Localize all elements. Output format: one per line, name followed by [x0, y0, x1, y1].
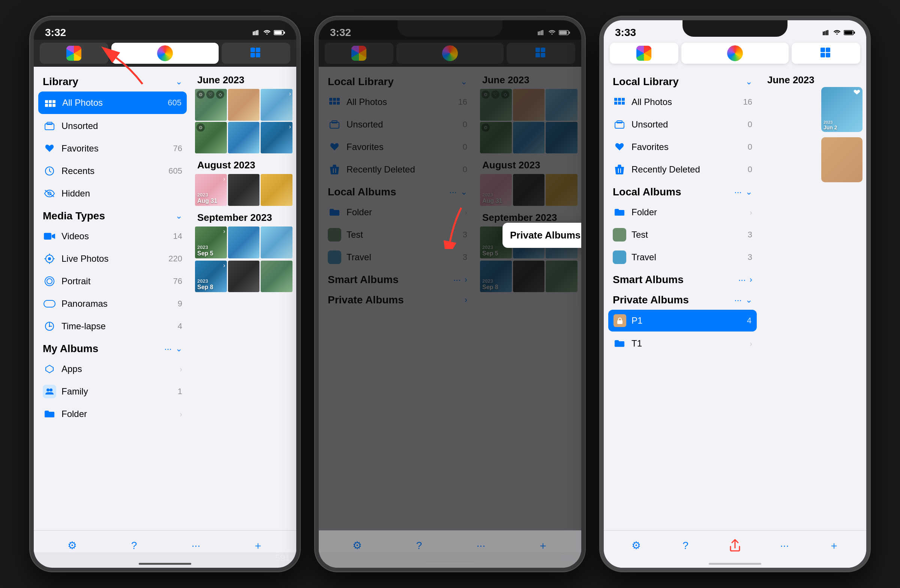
p1-count-3: 4 — [747, 316, 751, 326]
photo-cell[interactable]: › — [261, 122, 293, 154]
nav-tab-photos-1[interactable] — [40, 43, 109, 64]
svg-rect-10 — [256, 53, 260, 57]
localalbums-header-3: Local Albums ··· ⌄ — [604, 181, 761, 201]
year-label: 2023 — [197, 192, 217, 198]
sidebar-item-test-3[interactable]: Test 3 — [604, 223, 761, 246]
sidebar-item-livephotos-1[interactable]: Live Photos 220 — [34, 248, 191, 270]
photo-cell[interactable] — [261, 261, 293, 293]
localalbums-chevron-3: ⌄ — [745, 187, 752, 197]
svg-rect-17 — [53, 104, 56, 107]
nav-tab-photos-3[interactable] — [610, 43, 678, 64]
apps-chevron-1: › — [180, 365, 182, 374]
sidebar-item-favorites-3[interactable]: Favorites 0 — [604, 136, 761, 158]
sidebar-item-panoramas-1[interactable]: Panoramas 9 — [34, 293, 191, 315]
smartalbums-chevron-3: › — [749, 275, 752, 285]
privatealbums-dots-3[interactable]: ··· — [734, 295, 742, 305]
library-header-1[interactable]: Library ⌄ — [34, 70, 191, 91]
photo-cell[interactable]: › 2023Sep 8 — [195, 261, 227, 293]
status-icons-1 — [253, 30, 285, 35]
dots-btn-1[interactable]: ··· — [187, 536, 205, 555]
photo-grid-june-1: ⊙ ♡ ◇ › ⊙ › — [195, 89, 293, 154]
phone-2: 3:32 Private Albums › — [315, 17, 585, 571]
popup-item-private[interactable]: Private Albums › — [503, 223, 585, 248]
smartalbums-title-3: Smart Albums — [613, 274, 684, 286]
livephotos-icon-1 — [43, 252, 56, 265]
nav-tab-grid-1[interactable] — [222, 43, 290, 64]
sidebar-item-folder-3[interactable]: Folder › — [604, 201, 761, 223]
dots-btn-3[interactable]: ··· — [775, 536, 794, 555]
sidebar-item-timelapse-1[interactable]: Time-lapse 4 — [34, 315, 191, 338]
photo-cell[interactable] — [228, 261, 260, 293]
sidebar-item-folder-1[interactable]: Folder › — [34, 403, 191, 425]
svg-point-35 — [50, 388, 53, 391]
sidebar-item-recents-1[interactable]: Recents 605 — [34, 160, 191, 182]
nav-tab-circle-3[interactable] — [681, 43, 788, 64]
photo-thumb-3-1[interactable]: 2023 Jun 2 — [821, 87, 863, 132]
sidebar-item-videos-1[interactable]: Videos 14 — [34, 225, 191, 248]
folder-chevron-3: › — [749, 208, 752, 217]
gear-btn-1[interactable]: ⚙ — [63, 536, 82, 555]
notch-2 — [397, 20, 503, 37]
family-icon-1 — [43, 385, 56, 398]
sidebar-item-travel-3[interactable]: Travel 3 — [604, 246, 761, 268]
localalbums-dots-3[interactable]: ··· — [734, 187, 742, 197]
photo-cell[interactable] — [261, 174, 293, 206]
sidebar-item-t1-3[interactable]: T1 › — [604, 332, 761, 355]
sidebar-item-apps-1[interactable]: Apps › — [34, 358, 191, 380]
sidebar-item-portrait-1[interactable]: Portrait 76 — [34, 270, 191, 293]
favorites-icon-3 — [613, 140, 626, 154]
photo-cell[interactable]: ⊙ ♡ ◇ — [195, 89, 227, 121]
sidebar-item-allphotos-1[interactable]: All Photos 605 — [38, 92, 187, 114]
videos-count-1: 14 — [173, 231, 182, 241]
sidebar-item-unsorted-1[interactable]: Unsorted — [34, 115, 191, 137]
myalbums-dots-1[interactable]: ··· — [164, 343, 172, 354]
photo-cell[interactable] — [261, 227, 293, 258]
photo-cell[interactable]: › — [261, 89, 293, 121]
portrait-count-1: 76 — [173, 276, 182, 286]
help-btn-3[interactable]: ? — [676, 536, 695, 555]
svg-rect-13 — [49, 100, 52, 103]
sidebar-item-p1-3[interactable]: P1 4 — [608, 310, 757, 332]
add-btn-3[interactable]: ＋ — [825, 536, 843, 555]
gear-btn-3[interactable]: ⚙ — [627, 536, 646, 555]
share-btn-3[interactable] — [726, 536, 744, 555]
mediatypes-header-1[interactable]: Media Types ⌄ — [34, 205, 191, 225]
photo-cell[interactable] — [228, 89, 260, 121]
sidebar-item-unsorted-3[interactable]: Unsorted 0 — [604, 113, 761, 136]
photo-cell[interactable] — [228, 174, 260, 206]
popup-private-label: Private Albums — [510, 230, 580, 241]
svg-rect-8 — [256, 48, 260, 52]
svg-rect-5 — [274, 31, 282, 34]
add-btn-1[interactable]: ＋ — [248, 536, 267, 555]
nav-tab-circle-1[interactable] — [112, 43, 219, 64]
help-btn-1[interactable]: ? — [125, 536, 144, 555]
nav-tab-grid-3[interactable] — [791, 43, 860, 64]
favorites-count-1: 76 — [173, 144, 182, 154]
photo-cell[interactable] — [228, 227, 260, 258]
svg-rect-58 — [823, 31, 824, 35]
sidebar-item-family-1[interactable]: Family 1 — [34, 380, 191, 403]
photo-thumb-3-2[interactable] — [821, 137, 863, 182]
notch-1 — [113, 20, 217, 37]
photo-cell[interactable]: › 2023Sep 5 — [195, 227, 227, 258]
sidebar-item-favorites-1[interactable]: Favorites 76 — [34, 137, 191, 160]
photo-cell[interactable] — [228, 122, 260, 154]
nav-bar-1 — [34, 40, 296, 67]
sidebar-item-allphotos-3[interactable]: All Photos 16 — [604, 91, 761, 113]
videos-icon-1 — [43, 230, 56, 243]
myalbums-header-1[interactable]: My Albums ··· ⌄ — [34, 338, 191, 358]
album-icon-test-3 — [613, 228, 626, 242]
panoramas-count-1: 9 — [178, 299, 182, 309]
home-indicator-1 — [139, 563, 191, 565]
month-august-1: August 2023 — [195, 156, 293, 174]
portrait-label-1: Portrait — [62, 276, 168, 287]
t1-label-3: T1 — [632, 338, 744, 349]
sidebar-item-hidden-1[interactable]: Hidden — [34, 182, 191, 205]
photo-cell[interactable]: ⊙ — [195, 122, 227, 154]
smartalbums-dots-3[interactable]: ··· — [739, 275, 746, 285]
year-label: 2023 — [197, 245, 213, 250]
svg-rect-9 — [250, 53, 255, 57]
phone-1: 3:32 — [30, 17, 300, 571]
photo-cell[interactable]: › 2023Aug 31 — [195, 174, 227, 206]
sidebar-item-recentlydeleted-3[interactable]: Recently Deleted 0 — [604, 158, 761, 181]
